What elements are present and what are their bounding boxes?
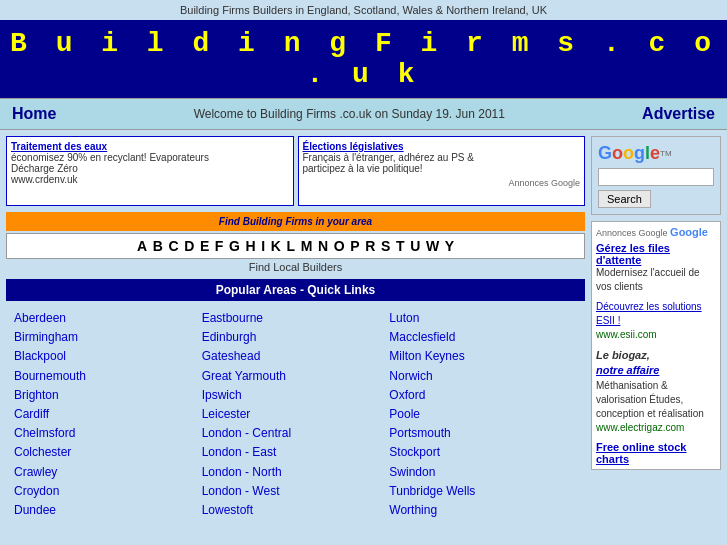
- sidebar-ad3-link: www.electrigaz.com: [596, 422, 684, 433]
- nav-welcome-text: Welcome to Building Firms .co.uk on Sund…: [194, 107, 505, 121]
- sidebar-ad1-body: Modernisez l'accueil de vos clients: [596, 266, 716, 294]
- city-birmingham[interactable]: Birmingham: [14, 328, 202, 347]
- letter-T[interactable]: T: [395, 239, 406, 254]
- letter-A[interactable]: A: [136, 239, 148, 254]
- sidebar-ad1-title[interactable]: Gérez les files d'attente: [596, 242, 716, 266]
- city-lowestoft[interactable]: Lowestoft: [202, 501, 390, 520]
- letter-S[interactable]: S: [380, 239, 391, 254]
- sidebar-ad2: Découvrez les solutions ESII ! www.esii.…: [596, 300, 716, 342]
- city-cardiff[interactable]: Cardiff: [14, 405, 202, 424]
- city-macclesfield[interactable]: Macclesfield: [389, 328, 577, 347]
- google-search-box: G o o g l e TM Search: [591, 136, 721, 215]
- top-bar-text: Building Firms Builders in England, Scot…: [180, 4, 547, 16]
- sidebar-ad3: Le biogaz, notre affaire Méthanisation &…: [596, 348, 716, 435]
- city-tunbridge-wells[interactable]: Tunbridge Wells: [389, 482, 577, 501]
- city-edinburgh[interactable]: Edinburgh: [202, 328, 390, 347]
- sidebar-ad3-title1: Le biogaz,: [596, 349, 650, 361]
- city-ipswich[interactable]: Ipswich: [202, 386, 390, 405]
- sidebar-ad2-title[interactable]: Découvrez les solutions ESII !: [596, 301, 702, 326]
- city-dundee[interactable]: Dundee: [14, 501, 202, 520]
- letter-U[interactable]: U: [409, 239, 421, 254]
- city-london-central[interactable]: London - Central: [202, 424, 390, 443]
- city-milton-keynes[interactable]: Milton Keynes: [389, 347, 577, 366]
- letter-F[interactable]: F: [214, 239, 225, 254]
- google-logo: G o o g l e TM: [598, 143, 714, 164]
- sidebar-annonces: Annonces Google Google: [596, 226, 716, 238]
- letter-Y[interactable]: Y: [444, 239, 455, 254]
- city-colchester[interactable]: Colchester: [14, 443, 202, 462]
- letter-B[interactable]: B: [152, 239, 164, 254]
- city-bournemouth[interactable]: Bournemouth: [14, 367, 202, 386]
- city-portsmouth[interactable]: Portsmouth: [389, 424, 577, 443]
- city-london-north[interactable]: London - North: [202, 463, 390, 482]
- ad-box-1: Traitement des eaux économisez 90% en re…: [6, 136, 294, 206]
- letter-D[interactable]: D: [183, 239, 195, 254]
- letter-C[interactable]: C: [167, 239, 179, 254]
- city-poole[interactable]: Poole: [389, 405, 577, 424]
- city-leicester[interactable]: Leicester: [202, 405, 390, 424]
- sidebar-ad2-link: www.esii.com: [596, 329, 657, 340]
- google-search-input[interactable]: [598, 168, 714, 186]
- ad1-line2: Décharge Zéro: [11, 163, 289, 174]
- city-luton[interactable]: Luton: [389, 309, 577, 328]
- letter-M[interactable]: M: [300, 239, 314, 254]
- sidebar-google-text: Google: [670, 226, 708, 238]
- sidebar-ad3-body: Méthanisation & valorisation Études, con…: [596, 380, 704, 419]
- google-logo-o1: o: [612, 143, 623, 164]
- cities-col2: Eastbourne Edinburgh Gateshead Great Yar…: [202, 309, 390, 520]
- ad1-line1: économisez 90% en recyclant! Evaporateur…: [11, 152, 289, 163]
- letter-E[interactable]: E: [199, 239, 210, 254]
- sidebar-ad1-title-text: Gérez les files d'attente: [596, 242, 670, 266]
- letter-P[interactable]: P: [349, 239, 360, 254]
- google-search-button[interactable]: Search: [598, 190, 651, 208]
- city-aberdeen[interactable]: Aberdeen: [14, 309, 202, 328]
- city-blackpool[interactable]: Blackpool: [14, 347, 202, 366]
- alphabet-section: Find Building Firms in your area: [6, 212, 585, 231]
- city-oxford[interactable]: Oxford: [389, 386, 577, 405]
- ad2-line2: participez à la vie politique!: [303, 163, 581, 174]
- nav-advertise-link[interactable]: Advertise: [642, 105, 715, 123]
- city-worthing[interactable]: Worthing: [389, 501, 577, 520]
- city-london-east[interactable]: London - East: [202, 443, 390, 462]
- find-local-text: Find Local Builders: [249, 261, 343, 273]
- city-london-west[interactable]: London - West: [202, 482, 390, 501]
- right-sidebar: G o o g l e TM Search Annonces Google Go…: [591, 136, 721, 524]
- city-chelmsford[interactable]: Chelmsford: [14, 424, 202, 443]
- find-text: Find Building Firms in your area: [10, 216, 581, 227]
- letter-K[interactable]: K: [270, 239, 282, 254]
- sidebar-ad4-title[interactable]: Free online stock charts: [596, 441, 716, 465]
- city-eastbourne[interactable]: Eastbourne: [202, 309, 390, 328]
- google-logo-o2: o: [623, 143, 634, 164]
- letter-N[interactable]: N: [317, 239, 329, 254]
- alphabet-letters: A B C D E F G H I K L M N O P R S T U W …: [6, 233, 585, 259]
- ad-box-2: Élections législatives Français à l'étra…: [298, 136, 586, 206]
- sidebar-ad1-body-text: Modernisez l'accueil de vos clients: [596, 267, 700, 292]
- sidebar-ad4-title-text: Free online stock charts: [596, 441, 686, 465]
- letter-H[interactable]: H: [245, 239, 257, 254]
- find-local: Find Local Builders: [6, 259, 585, 275]
- city-swindon[interactable]: Swindon: [389, 463, 577, 482]
- ad2-title[interactable]: Élections législatives: [303, 141, 581, 152]
- letter-W[interactable]: W: [425, 239, 440, 254]
- city-stockport[interactable]: Stockport: [389, 443, 577, 462]
- city-great-yarmouth[interactable]: Great Yarmouth: [202, 367, 390, 386]
- ad1-line3: www.crdenv.uk: [11, 174, 289, 185]
- letter-L[interactable]: L: [286, 239, 297, 254]
- nav-home-link[interactable]: Home: [12, 105, 56, 123]
- city-croydon[interactable]: Croydon: [14, 482, 202, 501]
- letter-G[interactable]: G: [228, 239, 241, 254]
- google-logo-g2: g: [634, 143, 645, 164]
- city-gateshead[interactable]: Gateshead: [202, 347, 390, 366]
- sidebar-ad3-title2[interactable]: notre affaire: [596, 364, 659, 376]
- popular-header: Popular Areas - Quick Links: [6, 279, 585, 301]
- ad1-title[interactable]: Traitement des eaux: [11, 141, 289, 152]
- letter-I[interactable]: I: [260, 239, 266, 254]
- letter-R[interactable]: R: [364, 239, 376, 254]
- sidebar-google-ads: Annonces Google Google Gérez les files d…: [591, 221, 721, 470]
- letter-O[interactable]: O: [333, 239, 346, 254]
- popular-header-text: Popular Areas - Quick Links: [216, 283, 376, 297]
- city-brighton[interactable]: Brighton: [14, 386, 202, 405]
- ad2-line1: Français à l'étranger, adhérez au PS &: [303, 152, 581, 163]
- city-crawley[interactable]: Crawley: [14, 463, 202, 482]
- city-norwich[interactable]: Norwich: [389, 367, 577, 386]
